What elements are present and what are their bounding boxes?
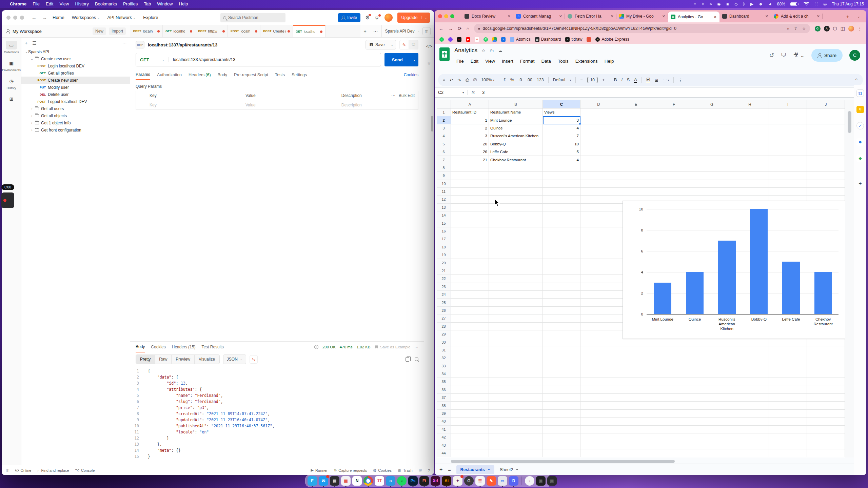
cell-G5[interactable] xyxy=(693,140,731,148)
cell-A6[interactable]: 26 xyxy=(451,148,489,156)
cell-J36[interactable] xyxy=(807,386,845,394)
dock-notes-dark-icon[interactable]: ▤ xyxy=(330,476,339,486)
cell-J31[interactable] xyxy=(807,346,845,354)
column-header-I[interactable]: I xyxy=(769,100,807,108)
bookmark-gmail[interactable]: M xyxy=(475,37,479,42)
request-tab[interactable]: GETlocalho xyxy=(293,25,326,37)
cell-E34[interactable] xyxy=(617,370,655,378)
cell-D20[interactable] xyxy=(580,259,617,267)
merge-cells-button[interactable]: ⬚▾ xyxy=(663,78,669,83)
cell-B27[interactable] xyxy=(489,314,543,322)
cell-B10[interactable] xyxy=(489,180,543,188)
sidebar-rail-collections[interactable]: ▭Collections xyxy=(2,41,21,54)
row-header-23[interactable]: 23 xyxy=(437,283,451,291)
menu-format[interactable]: Format xyxy=(517,58,537,65)
row-header-39[interactable]: 39 xyxy=(437,410,451,418)
status-icon-0[interactable]: ≡ xyxy=(694,2,696,6)
toolbar-search-icon[interactable]: ⌕ xyxy=(443,78,445,83)
dock-mirroring-icon[interactable]: ▭ xyxy=(498,476,507,486)
param-key-input[interactable]: Key xyxy=(146,100,242,109)
vertical-scrollbar[interactable] xyxy=(845,100,854,458)
collection-folder[interactable]: ›Get 1 object info xyxy=(21,119,130,126)
cell-J34[interactable] xyxy=(807,370,845,378)
cell-C9[interactable] xyxy=(543,172,580,180)
format-currency-button[interactable]: £ xyxy=(504,78,506,82)
row-header-6[interactable]: 6 xyxy=(437,148,451,156)
cell-C21[interactable] xyxy=(543,267,580,275)
menu-data[interactable]: Data xyxy=(539,58,554,65)
share-icon[interactable]: ⇧ xyxy=(794,26,797,31)
cell-I8[interactable] xyxy=(769,164,807,172)
row-header-37[interactable]: 37 xyxy=(437,394,451,402)
menu-tools[interactable]: Tools xyxy=(555,58,571,65)
cell-J33[interactable] xyxy=(807,362,845,370)
cell-I1[interactable] xyxy=(769,108,807,116)
cell-G37[interactable] xyxy=(693,394,731,402)
cell-F33[interactable] xyxy=(655,362,693,370)
postman-avatar[interactable] xyxy=(384,14,393,22)
cell-H30[interactable] xyxy=(731,338,769,346)
cell-A34[interactable] xyxy=(451,370,489,378)
cell-I40[interactable] xyxy=(769,418,807,425)
status-icon-2[interactable]: ≈ xyxy=(710,2,712,6)
cell-E8[interactable] xyxy=(617,164,655,172)
config-tab-settings[interactable]: Settings xyxy=(292,70,307,80)
cell-D10[interactable] xyxy=(580,180,617,188)
row-header-9[interactable]: 9 xyxy=(437,172,451,180)
column-header-E[interactable]: E xyxy=(617,100,655,108)
cell-D3[interactable] xyxy=(580,124,617,132)
cell-D22[interactable] xyxy=(580,275,617,283)
cell-G3[interactable] xyxy=(693,124,731,132)
meet-camera-icon[interactable]: 🎥︎ ⌄ xyxy=(793,52,805,59)
bookmark-tldraw[interactable]: ttldraw xyxy=(565,37,582,42)
cell-D25[interactable] xyxy=(580,299,617,306)
cell-B1[interactable]: Restaurant Name xyxy=(489,108,543,116)
cell-F7[interactable] xyxy=(655,156,693,164)
browser-tab[interactable]: Add & edit a ch✕ xyxy=(771,10,823,22)
address-bar[interactable]: 🔒︎ docs.google.com/spreadsheets/d/1P7Oeh… xyxy=(474,24,810,33)
cell-C12[interactable] xyxy=(543,196,580,203)
cell-F38[interactable] xyxy=(655,402,693,409)
cell-B37[interactable] xyxy=(489,394,543,402)
toolbar-more-icon[interactable]: ⋮ xyxy=(678,78,683,83)
cell-C32[interactable] xyxy=(543,354,580,362)
save-as-example-button[interactable]: 🖪 Save as Example xyxy=(375,345,411,349)
cell-H38[interactable] xyxy=(731,402,769,409)
cell-H10[interactable] xyxy=(731,180,769,188)
minimize-button[interactable] xyxy=(444,14,448,18)
menubar-item-bookmarks[interactable]: Bookmarks xyxy=(92,0,120,8)
cell-B5[interactable]: Bobby-Q xyxy=(489,140,543,148)
cell-E33[interactable] xyxy=(617,362,655,370)
response-status[interactable]: 200 OK xyxy=(322,345,336,349)
request-item[interactable]: PUTModify user xyxy=(21,84,130,91)
status-cookie[interactable]: ◍Cookies xyxy=(373,468,392,472)
cell-B9[interactable] xyxy=(489,172,543,180)
close-button[interactable] xyxy=(6,16,11,20)
cell-H9[interactable] xyxy=(731,172,769,180)
cell-C27[interactable] xyxy=(543,314,580,322)
response-size[interactable]: 1.02 KB xyxy=(357,345,371,349)
status-check[interactable]: ✓Online xyxy=(15,468,31,472)
row-header-41[interactable]: 41 xyxy=(437,426,451,433)
cell-A15[interactable] xyxy=(451,219,489,227)
row-header-8[interactable]: 8 xyxy=(437,164,451,172)
view-pretty[interactable]: Pretty xyxy=(136,355,155,364)
browser-tab[interactable]: Dashboard✕ xyxy=(719,10,771,22)
cell-C5[interactable]: 10 xyxy=(543,140,580,148)
cell-J39[interactable] xyxy=(807,410,845,418)
menubar-clock[interactable]: Thu 17 Aug 17:15 xyxy=(832,2,864,6)
cell-H41[interactable] xyxy=(731,426,769,433)
chevron-icon[interactable]: › xyxy=(30,114,34,118)
cell-J40[interactable] xyxy=(807,418,845,425)
italic-button[interactable]: I xyxy=(621,78,622,82)
chevron-icon[interactable]: › xyxy=(30,128,34,132)
response-time[interactable]: 470 ms xyxy=(340,345,353,349)
param-options-icon[interactable]: ⋯ xyxy=(391,93,395,98)
dock-adobe-xd-icon[interactable]: Xd xyxy=(431,476,440,486)
cell-D4[interactable] xyxy=(580,132,617,140)
cell-E36[interactable] xyxy=(617,386,655,394)
cell-E6[interactable] xyxy=(617,148,655,156)
extensions-puzzle-icon[interactable]: ⬡ xyxy=(833,26,837,31)
cell-J43[interactable] xyxy=(807,441,845,449)
cell-D23[interactable] xyxy=(580,283,617,291)
